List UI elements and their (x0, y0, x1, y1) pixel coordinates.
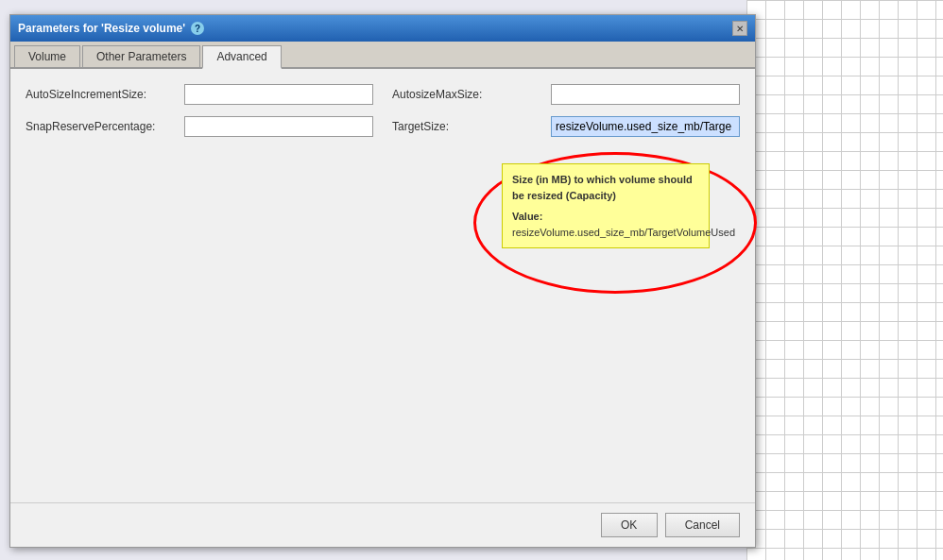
form-grid: AutoSizeIncrementSize: AutosizeMaxSize: … (26, 84, 740, 137)
input-snap-reserve[interactable] (184, 116, 373, 137)
tab-other-parameters[interactable]: Other Parameters (82, 45, 200, 67)
tooltip-title: Size (in MB) to which volume should be r… (512, 172, 699, 203)
label-auto-size-increment: AutoSizeIncrementSize: (26, 88, 177, 101)
form-row-snap-reserve: SnapReservePercentage: (26, 116, 373, 137)
tooltip-value: resizeVolume.used_size_mb/TargetVolumeUs… (512, 225, 699, 241)
tooltip: Size (in MB) to which volume should be r… (502, 163, 710, 248)
label-target-size: TargetSize: (392, 120, 543, 133)
cancel-button[interactable]: Cancel (665, 513, 740, 537)
close-button[interactable]: ✕ (732, 21, 747, 36)
dialog-title: Parameters for 'Resize volume' (18, 22, 185, 35)
label-snap-reserve: SnapReservePercentage: (26, 120, 177, 133)
input-auto-size-increment[interactable] (184, 84, 373, 105)
button-bar: OK Cancel (10, 502, 755, 547)
input-target-size[interactable] (551, 116, 740, 137)
title-bar: Parameters for 'Resize volume' ? ✕ (10, 15, 755, 42)
form-row-autosize-max: AutosizeMaxSize: (392, 84, 740, 105)
tooltip-value-label: Value: (512, 211, 542, 222)
content-area: AutoSizeIncrementSize: AutosizeMaxSize: … (10, 69, 755, 502)
tab-bar: Volume Other Parameters Advanced (10, 42, 755, 69)
label-autosize-max: AutosizeMaxSize: (392, 88, 543, 101)
tab-volume[interactable]: Volume (14, 45, 80, 67)
tab-advanced[interactable]: Advanced (202, 45, 281, 69)
tooltip-value-line: Value: (512, 209, 699, 225)
grid-background (746, 0, 943, 560)
input-autosize-max[interactable] (551, 84, 740, 105)
ok-button[interactable]: OK (601, 513, 658, 537)
form-row-target-size: TargetSize: (392, 116, 740, 137)
dialog: Parameters for 'Resize volume' ? ✕ Volum… (9, 14, 756, 548)
form-row-auto-size-increment: AutoSizeIncrementSize: (26, 84, 373, 105)
help-icon[interactable]: ? (191, 22, 204, 35)
